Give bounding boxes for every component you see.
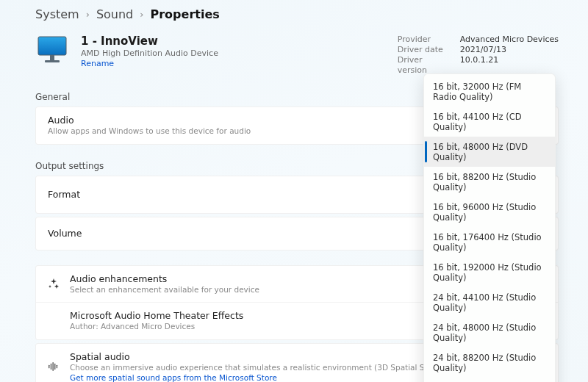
svg-rect-3 bbox=[45, 60, 60, 62]
breadcrumb-sound[interactable]: Sound bbox=[96, 7, 133, 21]
breadcrumb-system[interactable]: System bbox=[35, 7, 79, 21]
chevron-right-icon: › bbox=[86, 9, 90, 20]
monitor-icon bbox=[35, 35, 69, 64]
driver-date-label: Driver date bbox=[398, 45, 453, 55]
enhancements-title: Audio enhancements bbox=[70, 273, 259, 284]
format-option[interactable]: 16 bit, 32000 Hz (FM Radio Quality) bbox=[424, 76, 555, 107]
spatial-store-link[interactable]: Get more spatial sound apps from the Mic… bbox=[70, 373, 484, 382]
format-dropdown: 16 bit, 32000 Hz (FM Radio Quality)16 bi… bbox=[423, 73, 556, 382]
chevron-right-icon: › bbox=[140, 9, 143, 20]
driver-date-value: 2021/07/13 bbox=[460, 45, 506, 55]
svg-rect-2 bbox=[50, 55, 54, 60]
provider-value: Advanced Micro Devices bbox=[460, 35, 559, 45]
driver-version-value: 10.0.1.21 bbox=[460, 55, 498, 76]
breadcrumb: System › Sound › Properties bbox=[35, 7, 559, 21]
format-option[interactable]: 24 bit, 96000 Hz (Studio Quality) bbox=[424, 378, 555, 382]
driver-meta: ProviderAdvanced Micro Devices Driver da… bbox=[398, 35, 559, 76]
driver-version-label: Driver version bbox=[398, 55, 453, 76]
provider-label: Provider bbox=[398, 35, 453, 45]
volume-label: Volume bbox=[48, 228, 82, 239]
device-title: 1 - InnoView bbox=[81, 35, 218, 48]
format-option[interactable]: 24 bit, 48000 Hz (Studio Quality) bbox=[424, 317, 555, 347]
format-label: Format bbox=[48, 189, 80, 200]
format-option[interactable]: 24 bit, 88200 Hz (Studio Quality) bbox=[424, 347, 555, 378]
device-subtitle: AMD High Definition Audio Device bbox=[81, 48, 218, 58]
svg-rect-0 bbox=[38, 37, 66, 55]
format-option[interactable]: 16 bit, 192000 Hz (Studio Quality) bbox=[424, 257, 555, 287]
sparkle-icon bbox=[48, 278, 60, 289]
format-option[interactable]: 16 bit, 88200 Hz (Studio Quality) bbox=[424, 167, 555, 197]
spatial-title: Spatial audio bbox=[70, 351, 484, 362]
spatial-sub: Choose an immersive audio experience tha… bbox=[70, 363, 484, 373]
enhancements-sub: Select an enhancement available for your… bbox=[70, 285, 259, 295]
format-option[interactable]: 16 bit, 176400 Hz (Studio Quality) bbox=[424, 227, 555, 257]
rename-link[interactable]: Rename bbox=[81, 59, 218, 68]
format-option[interactable]: 16 bit, 44100 Hz (CD Quality) bbox=[424, 107, 555, 137]
format-option[interactable]: 16 bit, 96000 Hz (Studio Quality) bbox=[424, 197, 555, 227]
soundwave-icon bbox=[48, 361, 60, 372]
format-option[interactable]: 16 bit, 48000 Hz (DVD Quality) bbox=[424, 137, 555, 167]
format-option[interactable]: 24 bit, 44100 Hz (Studio Quality) bbox=[424, 287, 555, 317]
breadcrumb-current: Properties bbox=[150, 7, 219, 21]
